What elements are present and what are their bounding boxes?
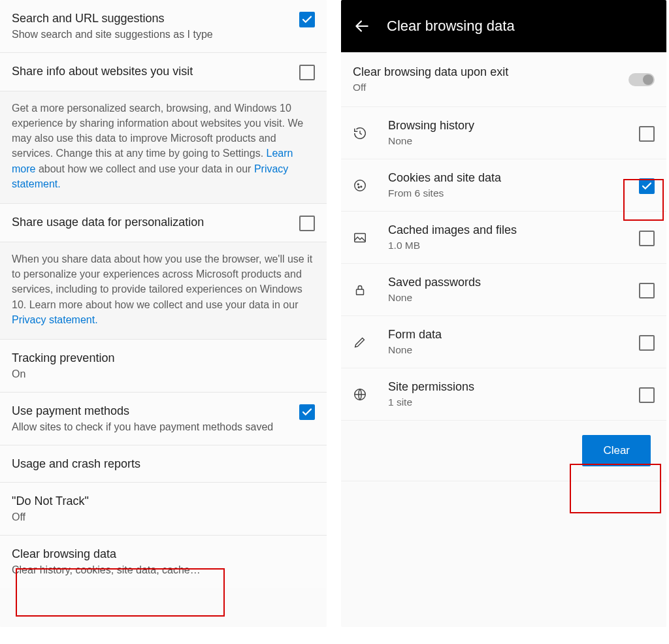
row-payment-methods[interactable]: Use payment methods Allow sites to check… [0,393,327,445]
back-arrow-icon[interactable] [353,17,371,35]
svg-point-0 [355,180,366,191]
image-icon [353,231,388,245]
svg-rect-4 [355,233,366,242]
svg-point-1 [357,184,359,185]
clear-on-exit-sub: Off [353,82,628,93]
svg-point-2 [361,185,362,187]
image-checkbox[interactable] [639,231,655,246]
row-search-suggestions[interactable]: Search and URL suggestions Show search a… [0,0,327,53]
cookie-title: Cookies and site data [388,171,639,185]
share-info-description: Get a more personalized search, browsing… [0,91,327,204]
history-title: Browsing history [388,119,639,133]
search-suggestions-title: Search and URL suggestions [12,10,293,26]
lock-checkbox[interactable] [639,283,655,298]
row-tracking-prevention[interactable]: Tracking prevention On [0,340,327,393]
share-info-desc-mid: about how we collect and use your data i… [35,163,253,174]
clear-on-exit-title: Clear browsing data upon exit [353,65,628,79]
lock-sub: None [388,292,639,304]
share-usage-desc-text: When you share data about how you use th… [12,253,312,310]
cookie-icon [353,178,388,193]
clear-browsing-data-screen: Clear browsing data Clear browsing data … [341,0,666,627]
image-title: Cached images and files [388,223,639,237]
globe-icon [353,387,388,402]
share-info-title: Share info about websites you visit [12,63,293,79]
row-image[interactable]: Cached images and files1.0 MB [341,212,666,264]
header-bar: Clear browsing data [341,0,666,52]
search-suggestions-checkbox[interactable] [299,12,315,27]
settings-screen-left: Search and URL suggestions Show search a… [0,0,327,627]
history-sub: None [388,135,639,147]
crash-title: Usage and crash reports [12,456,308,472]
globe-checkbox[interactable] [639,387,655,403]
pencil-checkbox[interactable] [639,335,655,351]
share-usage-title: Share usage data for personalization [12,214,293,230]
row-share-info[interactable]: Share info about websites you visit [0,53,327,91]
cookie-sub: From 6 sites [388,187,639,199]
row-pencil[interactable]: Form dataNone [341,316,666,368]
image-sub: 1.0 MB [388,240,639,251]
pencil-icon [353,335,388,349]
row-globe[interactable]: Site permissions1 site [341,368,666,421]
dnt-sub: Off [12,510,308,524]
payment-checkbox[interactable] [299,404,315,420]
globe-sub: 1 site [388,396,639,408]
pencil-sub: None [388,344,639,356]
pencil-title: Form data [388,328,639,342]
share-usage-checkbox[interactable] [299,216,315,231]
tracking-sub: On [12,367,308,381]
lock-title: Saved passwords [388,276,639,289]
payment-sub: Allow sites to check if you have payment… [12,420,293,434]
clear-sub: Clear history, cookies, site data, cache… [12,563,308,577]
cookie-checkbox[interactable] [639,178,655,194]
share-info-desc-text: Get a more personalized search, browsing… [12,103,303,159]
clear-button[interactable]: Clear [582,435,651,466]
payment-title: Use payment methods [12,403,293,419]
row-clear-on-exit[interactable]: Clear browsing data upon exit Off [341,52,666,107]
row-crash-reports[interactable]: Usage and crash reports [0,445,327,483]
search-suggestions-sub: Show search and site suggestions as I ty… [12,27,293,42]
row-share-usage[interactable]: Share usage data for personalization [0,204,327,242]
clear-title: Clear browsing data [12,546,308,562]
svg-rect-5 [357,289,364,295]
history-icon [353,126,388,140]
tracking-title: Tracking prevention [12,350,308,366]
globe-title: Site permissions [388,380,639,394]
header-title: Clear browsing data [387,18,515,35]
history-checkbox[interactable] [639,126,655,142]
row-clear-browsing-data[interactable]: Clear browsing data Clear history, cooki… [0,536,327,588]
share-info-checkbox[interactable] [299,65,315,80]
row-cookie[interactable]: Cookies and site dataFrom 6 sites [341,159,666,212]
svg-point-3 [358,186,359,187]
row-do-not-track[interactable]: "Do Not Track" Off [0,483,327,536]
clear-button-wrap: Clear [341,421,666,481]
privacy-statement-link-2[interactable]: Privacy statement. [12,314,98,325]
row-lock[interactable]: Saved passwordsNone [341,264,666,316]
dnt-title: "Do Not Track" [12,493,308,509]
row-history[interactable]: Browsing historyNone [341,107,666,159]
clear-on-exit-toggle[interactable] [628,73,655,86]
lock-icon [353,283,388,297]
share-usage-description: When you share data about how you use th… [0,242,327,340]
